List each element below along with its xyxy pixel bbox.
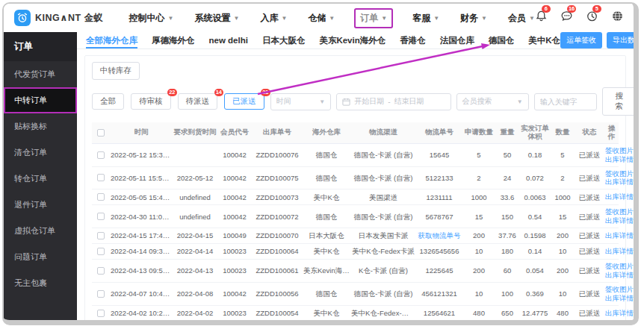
header-action-button[interactable]: 运单签收 — [560, 32, 602, 48]
cell-time: 2022-05-05 15:43:12 — [110, 191, 173, 204]
sidebar-item[interactable]: 中转订单 — [4, 87, 77, 113]
cell-time: 2022-04-15 17:42:51 — [110, 229, 173, 242]
row-checkbox[interactable] — [97, 174, 105, 181]
cell-outbound-no: ZZDD100073 — [252, 191, 303, 204]
outbound-detail-link[interactable]: 出库详情 — [605, 247, 634, 256]
outbound-detail-link[interactable]: 出库详情 — [605, 178, 634, 187]
member-search-select[interactable]: 会员搜索 ▼ — [456, 93, 529, 110]
row-checkbox[interactable] — [97, 248, 105, 255]
menu-item[interactable]: 系统设置 ▼ — [194, 12, 239, 25]
menu-item-label: 控制中心 — [129, 12, 165, 25]
outbound-detail-link[interactable]: 出库详情 — [605, 294, 634, 303]
status-chip[interactable]: 待审核 22 — [131, 93, 171, 110]
sign-image-link[interactable]: 签收图片 — [605, 262, 634, 271]
sign-image-link[interactable]: 签收图片 — [605, 207, 634, 216]
menu-item[interactable]: 会员 ▼ — [508, 12, 535, 25]
table-row: 2022-05-11 15:53:41 2022-05-12 100042 ZZ… — [92, 167, 619, 190]
header-action-button[interactable]: 导出数据 — [607, 32, 639, 48]
warehouse-tab[interactable]: 美中K仓 — [528, 32, 560, 48]
cell-status: 已派送 — [575, 307, 604, 319]
gauge-badge: 5 — [592, 5, 601, 13]
sidebar-item[interactable]: 问题订单 — [4, 244, 77, 270]
search-button[interactable]: 搜索 — [602, 87, 637, 116]
top-navigation-bar: KING∧NT 金蚁 控制中心 ▼ 系统设置 ▼ 入库 ▼ — [4, 4, 634, 32]
message-icon[interactable]: 16 — [560, 10, 573, 22]
sidebar-item[interactable]: 退件订单 — [4, 192, 77, 218]
status-chip[interactable]: 全部 — [92, 93, 124, 110]
cell-status: 已派送 — [575, 264, 604, 277]
cell-required-arrival — [173, 153, 217, 157]
row-checkbox[interactable] — [97, 310, 105, 317]
row-checkbox[interactable] — [97, 213, 105, 220]
menu-item[interactable]: 仓储 ▼ — [308, 12, 335, 25]
cell-weight: 33.6 — [495, 191, 519, 204]
cell-warehouse: 德国仓 — [303, 172, 350, 184]
status-chip[interactable]: 待派送 14 — [178, 93, 218, 110]
menu-item-label: 入库 — [260, 12, 278, 25]
cell-qty: 200 — [551, 229, 575, 242]
sign-image-link[interactable]: 签收图片 — [605, 285, 634, 294]
outbound-detail-link[interactable]: 出库详情 — [605, 309, 634, 318]
bell-icon[interactable]: 6 — [535, 10, 548, 22]
outbound-detail-link[interactable]: 出库详情 — [605, 192, 634, 201]
monitor-icon[interactable] — [637, 10, 639, 22]
sign-image-link[interactable]: 签收图片 — [605, 146, 634, 155]
cell-outbound-no: ZZDD100076 — [252, 148, 303, 161]
cell-volume: 0.54 — [519, 210, 551, 223]
menu-item[interactable]: 订单 ▼ — [356, 10, 391, 27]
bell-badge: 6 — [542, 5, 551, 13]
date-range-picker[interactable]: 开始日期 - 结束日期 — [336, 93, 451, 110]
sidebar-item[interactable]: 代发货订单 — [4, 61, 77, 87]
chevron-down-icon: ▼ — [381, 15, 387, 22]
cell-status: 已派送 — [575, 191, 604, 204]
cell-warehouse: 德国仓 — [303, 287, 350, 300]
warehouse-tab[interactable]: 日本大阪仓 — [262, 32, 306, 48]
sidebar-menu: 代发货订单 中转订单 贴标换标 清仓订单 转仓订单 — [4, 61, 77, 296]
warehouse-tab[interactable]: new delhi — [209, 32, 248, 48]
cell-warehouse: 美中K仓 — [303, 191, 350, 204]
menu-item[interactable]: 客服 ▼ — [412, 12, 439, 25]
select-all-checkbox[interactable] — [97, 129, 105, 137]
warehouse-tab-label: 日本大阪仓 — [262, 35, 306, 46]
sidebar-item[interactable]: 转仓订单 — [4, 166, 77, 192]
warehouse-tab[interactable]: 德国仓 — [489, 32, 515, 48]
warehouse-tab[interactable]: 厚德海外仓 — [152, 32, 195, 48]
sidebar-item[interactable]: 贴标换标 — [4, 113, 77, 140]
warehouse-tab[interactable]: 全部海外仓库 — [86, 32, 137, 48]
row-checkbox[interactable] — [97, 151, 105, 159]
globe-icon[interactable] — [611, 10, 624, 22]
warehouse-tab[interactable]: 美东Kevin海外仓 — [319, 32, 386, 48]
sign-image-link[interactable]: 签收图片 — [605, 169, 634, 178]
row-checkbox[interactable] — [97, 232, 105, 239]
column-header: 操作 — [604, 122, 619, 143]
outbound-detail-link[interactable]: 出库详情 — [605, 155, 634, 164]
main-menu: 控制中心 ▼ 系统设置 ▼ 入库 ▼ 仓储 ▼ — [129, 10, 535, 27]
cell-warehouse: 美中K仓 — [303, 307, 350, 319]
outbound-detail-link[interactable]: 出库详情 — [605, 231, 634, 240]
menu-item[interactable]: 入库 ▼ — [260, 12, 287, 25]
outbound-detail-link[interactable]: 出库详情 — [605, 271, 634, 280]
cell-status: 已派送 — [575, 245, 604, 257]
keyword-input[interactable] — [534, 93, 597, 110]
menu-item[interactable]: 财务 ▼ — [460, 12, 487, 25]
status-chip[interactable]: 已派送 21 — [224, 93, 264, 110]
sidebar-item-label: 转仓订单 — [14, 174, 47, 183]
row-checkbox[interactable] — [97, 193, 105, 201]
transit-inventory-button[interactable]: 中转库存 — [92, 62, 140, 80]
gauge-icon[interactable]: 5 — [586, 10, 598, 22]
time-type-select[interactable]: 时间 ▼ — [270, 93, 332, 110]
column-header: 海外仓库 — [303, 126, 350, 139]
warehouse-tab[interactable]: 香港仓 — [400, 32, 426, 48]
warehouse-tab-label: 香港仓 — [400, 35, 426, 46]
row-checkbox[interactable] — [97, 267, 105, 275]
row-checkbox[interactable] — [97, 290, 105, 298]
sign-image-link[interactable]: 签收图片 — [605, 324, 634, 325]
warehouse-tab[interactable]: 法国仓库 — [440, 32, 474, 48]
sidebar-item[interactable]: 无主包裹 — [4, 270, 77, 296]
cell-warehouse: 德国仓 — [303, 148, 350, 161]
table-header: 时间 要求到货时间 会员代号 出库单号 海外仓库 物流渠道 物流单号 申请数量 — [92, 122, 619, 144]
sidebar-item[interactable]: 清仓订单 — [4, 140, 77, 166]
outbound-detail-link[interactable]: 出库详情 — [605, 216, 634, 225]
sidebar-item[interactable]: 虚拟仓订单 — [4, 218, 77, 244]
menu-item[interactable]: 控制中心 ▼ — [129, 12, 174, 25]
